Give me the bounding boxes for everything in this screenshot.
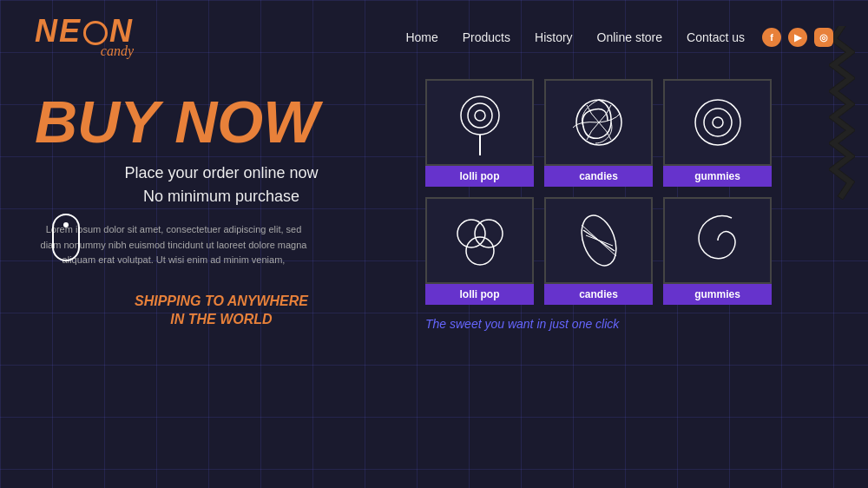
subtitle-line1: Place your order online now — [124, 164, 318, 181]
instagram-icon[interactable]: ◎ — [814, 28, 833, 47]
product-label-lollipop-2[interactable]: lolli pop — [425, 284, 534, 305]
product-label-lollipop-1[interactable]: lolli pop — [425, 166, 534, 187]
header: NEN candy Home Products History Online s… — [0, 0, 868, 75]
product-label-gummies-2[interactable]: gummies — [663, 284, 772, 305]
svg-point-6 — [704, 109, 732, 136]
product-label-candies-2[interactable]: candies — [544, 284, 653, 305]
main-content: BUY NOW Place your order online now No m… — [0, 75, 868, 331]
svg-point-2 — [475, 110, 485, 121]
logo-sub: candy — [35, 43, 134, 59]
svg-point-8 — [457, 220, 485, 247]
product-card-candies-1: candies — [544, 79, 653, 187]
product-card-gummies-2: gummies — [663, 197, 772, 305]
svg-point-9 — [475, 220, 503, 247]
svg-point-10 — [466, 237, 494, 265]
product-card-2: lolli pop — [425, 197, 534, 305]
product-grid: lolli pop — [425, 79, 833, 305]
logo-o — [83, 21, 108, 45]
svg-point-7 — [713, 117, 723, 128]
svg-point-5 — [695, 100, 740, 145]
facebook-icon[interactable]: f — [762, 28, 781, 47]
subtitle-line2: No minimum purchase — [143, 188, 299, 205]
product-card-gummies-1: gummies — [663, 79, 772, 187]
svg-point-0 — [461, 96, 499, 135]
product-image-lollipop-2 — [425, 197, 534, 284]
logo: NEN candy — [35, 16, 134, 59]
nav-contact-us[interactable]: Contact us — [687, 30, 745, 44]
buy-now-heading: BUY NOW — [35, 92, 408, 151]
shipping-text: SHIPPING TO ANYWHEREIN THE WORLD — [35, 293, 408, 329]
product-image-gummies-1 — [663, 79, 772, 166]
nav-history[interactable]: History — [535, 30, 573, 44]
svg-point-1 — [468, 103, 492, 128]
product-card-1: lolli pop — [425, 79, 534, 187]
product-label-gummies-1[interactable]: gummies — [663, 166, 772, 187]
nav-online-store[interactable]: Online store — [597, 30, 662, 44]
logo-text: NEN — [35, 16, 134, 47]
nav-home[interactable]: Home — [405, 30, 437, 44]
youtube-icon[interactable]: ▶ — [788, 28, 807, 47]
product-card-candies-2: candies — [544, 197, 653, 305]
nav-products[interactable]: Products — [463, 30, 510, 44]
product-image-candies-2 — [544, 197, 653, 284]
scroll-indicator — [52, 214, 80, 261]
product-image-gummies-2 — [663, 197, 772, 284]
right-section: lolli pop — [408, 75, 833, 331]
left-section: BUY NOW Place your order online now No m… — [35, 75, 408, 331]
social-icons: f ▶ ◎ — [762, 28, 833, 47]
tagline: The sweet you want in just one click — [425, 317, 833, 331]
product-image-lollipop-1 — [425, 79, 534, 166]
product-image-candies-1 — [544, 79, 653, 166]
subtitle: Place your order online now No minimum p… — [35, 162, 408, 208]
nav: Home Products History Online store Conta… — [405, 30, 745, 44]
product-label-candies-1[interactable]: candies — [544, 166, 653, 187]
